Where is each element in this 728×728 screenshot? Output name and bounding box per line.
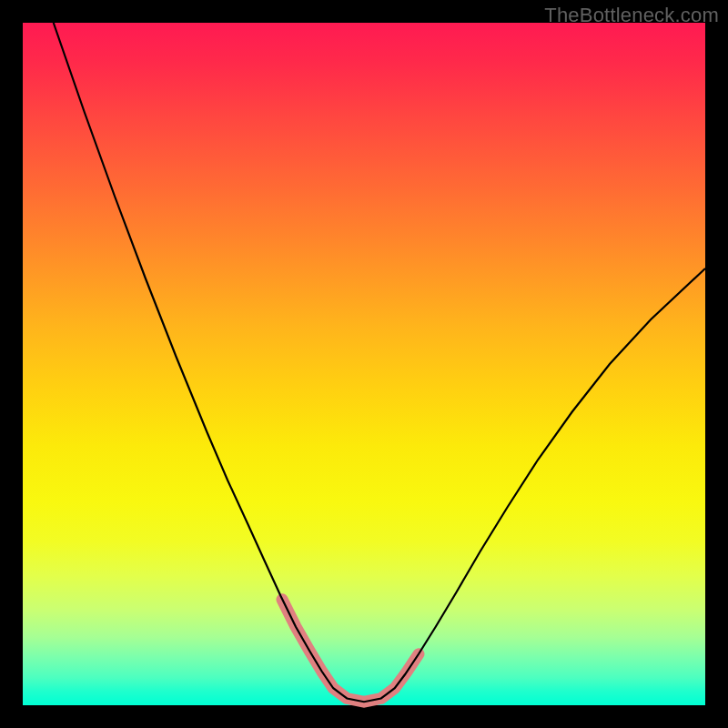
chart-frame: TheBottleneck.com <box>0 0 728 728</box>
valley-highlight-line <box>282 600 419 703</box>
bottleneck-curve-line <box>54 23 705 702</box>
curve-svg <box>23 23 705 705</box>
plot-area <box>23 23 705 705</box>
watermark-text: TheBottleneck.com <box>544 4 719 27</box>
